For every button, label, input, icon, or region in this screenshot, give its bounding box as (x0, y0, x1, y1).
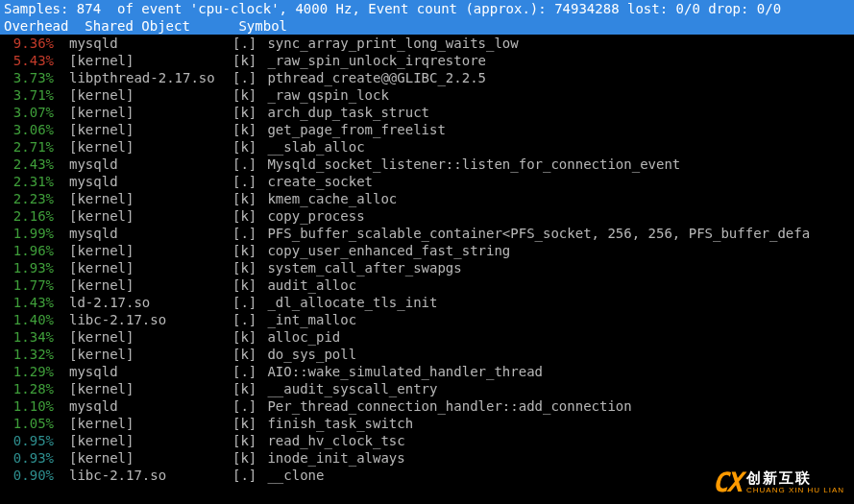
symbol-tag: [.] (232, 467, 259, 484)
perf-header-summary: Samples: 874 of event 'cpu-clock', 4000 … (0, 0, 854, 17)
symbol-name: _raw_spin_unlock_irqrestore (259, 53, 486, 68)
perf-row[interactable]: 1.40%libc-2.17.so[.] _int_malloc (0, 311, 854, 328)
shared-object: [kernel] (69, 346, 232, 363)
symbol-tag: [k] (232, 432, 259, 449)
overhead-percent: 1.77% (4, 276, 54, 294)
overhead-percent: 1.96% (4, 242, 54, 259)
symbol-tag: [k] (232, 276, 259, 294)
overhead-percent: 2.16% (4, 207, 54, 225)
shared-object: mysqld (69, 35, 232, 52)
overhead-percent: 9.36% (4, 35, 54, 52)
shared-object: mysqld (69, 156, 232, 173)
symbol-name: system_call_after_swapgs (259, 260, 462, 276)
symbol-tag: [k] (232, 52, 259, 69)
symbol-tag: [k] (232, 380, 259, 397)
perf-row[interactable]: 1.29%mysqld[.] AIO::wake_simulated_handl… (0, 363, 854, 380)
overhead-percent: 1.32% (4, 346, 54, 363)
symbol-tag: [.] (232, 156, 259, 173)
shared-object: ld-2.17.so (69, 294, 232, 311)
symbol-tag: [k] (232, 449, 259, 467)
overhead-percent: 2.43% (4, 156, 54, 173)
perf-row[interactable]: 1.10%mysqld[.] Per_thread_connection_han… (0, 397, 854, 415)
symbol-name: Per_thread_connection_handler::add_conne… (259, 398, 632, 414)
perf-row[interactable]: 2.43%mysqld[.] Mysqld_socket_listener::l… (0, 156, 854, 173)
symbol-name: __audit_syscall_entry (259, 381, 437, 396)
shared-object: [kernel] (69, 259, 232, 276)
perf-row[interactable]: 1.77%[kernel][k] audit_alloc (0, 276, 854, 294)
overhead-percent: 3.07% (4, 104, 54, 121)
symbol-name: _int_malloc (259, 312, 356, 327)
symbol-tag: [k] (232, 121, 259, 138)
symbol-tag: [.] (232, 397, 259, 415)
perf-row[interactable]: 0.93%[kernel][k] inode_init_always (0, 449, 854, 467)
shared-object: mysqld (69, 397, 232, 415)
symbol-tag: [k] (232, 138, 259, 156)
symbol-name: do_sys_poll (259, 347, 356, 362)
shared-object: [kernel] (69, 86, 232, 104)
symbol-name: sync_array_print_long_waits_low (259, 36, 519, 51)
overhead-percent: 5.43% (4, 52, 54, 69)
symbol-tag: [.] (232, 35, 259, 52)
shared-object: [kernel] (69, 449, 232, 467)
perf-row[interactable]: 2.16%[kernel][k] copy_process (0, 207, 854, 225)
symbol-name: copy_user_enhanced_fast_string (259, 243, 510, 258)
shared-object: [kernel] (69, 415, 232, 432)
symbol-name: copy_process (259, 208, 365, 224)
overhead-percent: 3.06% (4, 121, 54, 138)
shared-object: mysqld (69, 225, 232, 242)
overhead-percent: 0.90% (4, 467, 54, 484)
perf-row[interactable]: 1.96%[kernel][k] copy_user_enhanced_fast… (0, 242, 854, 259)
perf-header-columns: Overhead Shared Object Symbol (0, 17, 854, 35)
perf-row[interactable]: 2.23%[kernel][k] kmem_cache_alloc (0, 190, 854, 207)
overhead-percent: 1.40% (4, 311, 54, 328)
overhead-percent: 1.05% (4, 415, 54, 432)
perf-row[interactable]: 9.36%mysqld[.] sync_array_print_long_wai… (0, 35, 854, 52)
perf-row[interactable]: 3.06%[kernel][k] get_page_from_freelist (0, 121, 854, 138)
perf-row[interactable]: 1.34%[kernel][k] alloc_pid (0, 328, 854, 346)
perf-row[interactable]: 0.90%libc-2.17.so[.] __clone (0, 467, 854, 484)
perf-row[interactable]: 1.32%[kernel][k] do_sys_poll (0, 346, 854, 363)
overhead-percent: 3.73% (4, 69, 54, 86)
overhead-percent: 2.23% (4, 190, 54, 207)
overhead-percent: 1.29% (4, 363, 54, 380)
shared-object: [kernel] (69, 138, 232, 156)
perf-row[interactable]: 1.43%ld-2.17.so[.] _dl_allocate_tls_init (0, 294, 854, 311)
symbol-name: Mysqld_socket_listener::listen_for_conne… (259, 156, 680, 172)
symbol-tag: [.] (232, 311, 259, 328)
symbol-name: pthread_create@@GLIBC_2.2.5 (259, 70, 486, 85)
perf-row[interactable]: 0.95%[kernel][k] read_hv_clock_tsc (0, 432, 854, 449)
shared-object: [kernel] (69, 121, 232, 138)
overhead-percent: 1.10% (4, 397, 54, 415)
overhead-percent: 3.71% (4, 86, 54, 104)
symbol-tag: [.] (232, 173, 259, 190)
symbol-tag: [.] (232, 294, 259, 311)
symbol-tag: [k] (232, 346, 259, 363)
shared-object: [kernel] (69, 328, 232, 346)
shared-object: mysqld (69, 173, 232, 190)
symbol-name: PFS_buffer_scalable_container<PFS_socket… (259, 226, 810, 241)
perf-row[interactable]: 3.73%libpthread-2.17.so[.] pthread_creat… (0, 69, 854, 86)
symbol-name: __clone (259, 468, 324, 483)
shared-object: libpthread-2.17.so (69, 69, 232, 86)
symbol-name: __slab_alloc (259, 139, 365, 155)
overhead-percent: 1.43% (4, 294, 54, 311)
overhead-percent: 2.31% (4, 173, 54, 190)
perf-rows-container[interactable]: 9.36%mysqld[.] sync_array_print_long_wai… (0, 35, 854, 484)
perf-row[interactable]: 1.99%mysqld[.] PFS_buffer_scalable_conta… (0, 225, 854, 242)
overhead-percent: 2.71% (4, 138, 54, 156)
perf-row[interactable]: 5.43%[kernel][k] _raw_spin_unlock_irqres… (0, 52, 854, 69)
symbol-name: _raw_qspin_lock (259, 87, 389, 103)
perf-row[interactable]: 1.93%[kernel][k] system_call_after_swapg… (0, 259, 854, 276)
shared-object: [kernel] (69, 52, 232, 69)
perf-row[interactable]: 3.07%[kernel][k] arch_dup_task_struct (0, 104, 854, 121)
overhead-percent: 0.93% (4, 449, 54, 467)
perf-row[interactable]: 1.28%[kernel][k] __audit_syscall_entry (0, 380, 854, 397)
perf-row[interactable]: 2.71%[kernel][k] __slab_alloc (0, 138, 854, 156)
symbol-name: arch_dup_task_struct (259, 105, 429, 120)
symbol-tag: [k] (232, 190, 259, 207)
perf-row[interactable]: 3.71%[kernel][k] _raw_qspin_lock (0, 86, 854, 104)
perf-row[interactable]: 2.31%mysqld[.] create_socket (0, 173, 854, 190)
symbol-tag: [k] (232, 104, 259, 121)
symbol-name: inode_init_always (259, 450, 405, 466)
perf-row[interactable]: 1.05%[kernel][k] finish_task_switch (0, 415, 854, 432)
